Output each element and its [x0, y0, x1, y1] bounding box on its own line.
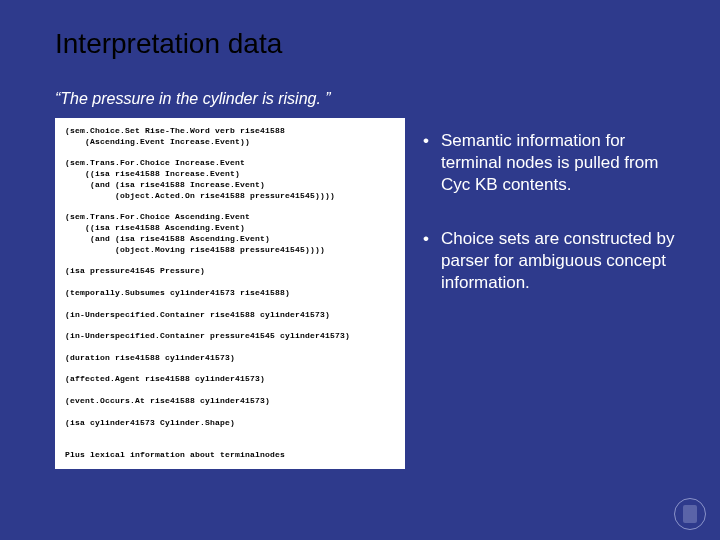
- logo-icon: [674, 498, 706, 530]
- slide-title: Interpretation data: [55, 28, 680, 60]
- code-block: (sem.Choice.Set Rise-The.Word verb rise4…: [55, 118, 405, 469]
- bullet-item: Choice sets are constructed by parser fo…: [423, 228, 675, 294]
- slide: Interpretation data “The pressure in the…: [0, 0, 720, 540]
- bullet-list: Semantic information for terminal nodes …: [423, 118, 680, 327]
- bullet-item: Semantic information for terminal nodes …: [423, 130, 675, 196]
- content-row: (sem.Choice.Set Rise-The.Word verb rise4…: [55, 118, 680, 469]
- slide-subtitle: “The pressure in the cylinder is rising.…: [55, 90, 680, 108]
